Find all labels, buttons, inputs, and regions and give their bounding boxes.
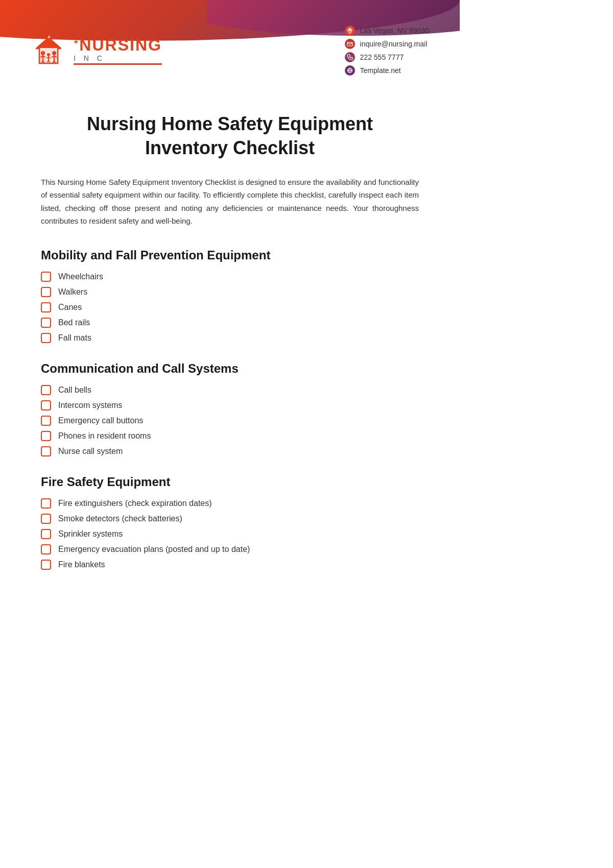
checkbox[interactable] — [41, 272, 51, 282]
list-item: Wheelchairs — [41, 272, 419, 282]
item-label: Walkers — [58, 287, 87, 297]
contact-location: Las Vegas, NV 89030 — [345, 26, 429, 36]
header: + +NURSING I N C Las Vegas, NV 89030 — [0, 0, 460, 92]
item-label: Intercom systems — [58, 401, 122, 410]
mobility-checklist: Wheelchairs Walkers Canes Bed rails Fall… — [41, 272, 419, 343]
section-communication-title: Communication and Call Systems — [41, 361, 419, 376]
contact-web: Template.net — [345, 65, 429, 76]
web-icon — [345, 65, 355, 76]
item-label: Phones in resident rooms — [58, 431, 151, 441]
list-item: Fire blankets — [41, 560, 419, 570]
checkbox[interactable] — [41, 333, 51, 343]
logo: + +NURSING I N C — [31, 33, 162, 68]
section-mobility: Mobility and Fall Prevention Equipment W… — [41, 248, 419, 343]
item-label: Call bells — [58, 385, 91, 395]
svg-point-9 — [52, 51, 56, 55]
checkbox[interactable] — [41, 318, 51, 328]
item-label: Canes — [58, 303, 82, 312]
phone-icon — [345, 52, 355, 62]
list-item: Fall mats — [41, 333, 419, 343]
logo-inc: I N C — [74, 54, 162, 65]
contact-email-text: inquire@nursing.mail — [360, 40, 428, 48]
section-fire-safety: Fire Safety Equipment Fire extinguishers… — [41, 475, 419, 570]
checkbox[interactable] — [41, 400, 51, 411]
contact-info: Las Vegas, NV 89030 inquire@nursing.mail… — [345, 26, 429, 76]
contact-location-text: Las Vegas, NV 89030 — [360, 27, 429, 35]
item-label: Bed rails — [58, 318, 90, 327]
checkbox[interactable] — [41, 514, 51, 524]
location-icon — [345, 26, 355, 36]
checkbox[interactable] — [41, 431, 51, 441]
list-item: Emergency evacuation plans (posted and u… — [41, 544, 419, 554]
logo-name: +NURSING — [74, 37, 162, 53]
contact-web-text: Template.net — [360, 66, 401, 75]
checkbox[interactable] — [41, 446, 51, 456]
item-label: Nurse call system — [58, 447, 123, 456]
section-communication: Communication and Call Systems Call bell… — [41, 361, 419, 456]
main-content: Nursing Home Safety Equipment Inventory … — [0, 92, 460, 619]
fire-checklist: Fire extinguishers (check expiration dat… — [41, 498, 419, 570]
email-icon — [345, 39, 355, 49]
communication-checklist: Call bells Intercom systems Emergency ca… — [41, 385, 419, 456]
checkbox[interactable] — [41, 560, 51, 570]
item-label: Fire extinguishers (check expiration dat… — [58, 499, 212, 508]
checkbox[interactable] — [41, 385, 51, 395]
list-item: Phones in resident rooms — [41, 431, 419, 441]
item-label: Emergency call buttons — [58, 416, 143, 425]
list-item: Sprinkler systems — [41, 529, 419, 539]
list-item: Call bells — [41, 385, 419, 395]
section-fire-title: Fire Safety Equipment — [41, 475, 419, 489]
logo-text: +NURSING I N C — [74, 37, 162, 65]
section-mobility-title: Mobility and Fall Prevention Equipment — [41, 248, 419, 262]
item-label: Smoke detectors (check batteries) — [58, 514, 182, 523]
contact-phone: 222 555 7777 — [345, 52, 429, 62]
checkbox[interactable] — [41, 302, 51, 312]
list-item: Walkers — [41, 287, 419, 297]
intro-paragraph: This Nursing Home Safety Equipment Inven… — [41, 176, 419, 228]
page-title: Nursing Home Safety Equipment Inventory … — [41, 112, 419, 160]
list-item: Emergency call buttons — [41, 416, 419, 426]
item-label: Fall mats — [58, 333, 91, 343]
list-item: Smoke detectors (check batteries) — [41, 514, 419, 524]
checkbox[interactable] — [41, 529, 51, 539]
checkbox[interactable] — [41, 498, 51, 509]
svg-point-15 — [47, 53, 50, 56]
item-label: Fire blankets — [58, 560, 105, 569]
item-label: Sprinkler systems — [58, 529, 123, 539]
svg-point-22 — [348, 29, 351, 32]
list-item: Bed rails — [41, 318, 419, 328]
contact-email: inquire@nursing.mail — [345, 39, 429, 49]
svg-text:+: + — [48, 34, 51, 40]
checkbox[interactable] — [41, 544, 51, 554]
list-item: Nurse call system — [41, 446, 419, 456]
checkbox[interactable] — [41, 416, 51, 426]
checkbox[interactable] — [41, 287, 51, 297]
contact-phone-text: 222 555 7777 — [360, 53, 404, 61]
logo-icon: + — [31, 33, 66, 68]
list-item: Fire extinguishers (check expiration dat… — [41, 498, 419, 509]
list-item: Canes — [41, 302, 419, 312]
item-label: Wheelchairs — [58, 272, 103, 281]
item-label: Emergency evacuation plans (posted and u… — [58, 545, 250, 554]
list-item: Intercom systems — [41, 400, 419, 411]
svg-point-3 — [41, 51, 45, 55]
